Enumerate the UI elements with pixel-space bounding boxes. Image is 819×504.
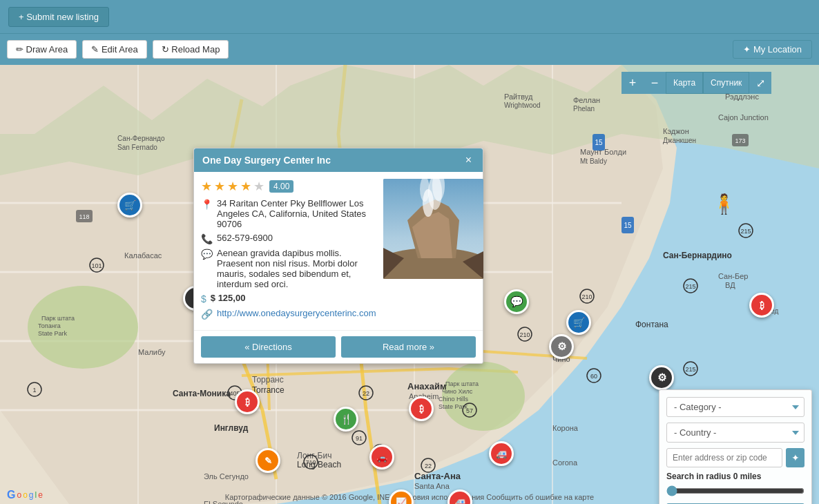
svg-text:Калабасас: Калабасас xyxy=(124,251,162,260)
map-marker-3[interactable]: ✎ xyxy=(256,448,280,473)
top-bar: + Submit new listing xyxy=(0,0,819,33)
svg-text:Чино Хилс: Чино Хилс xyxy=(442,388,473,395)
map-marker-1[interactable]: 🛒 xyxy=(117,193,142,217)
popup-description: Aenean gravida dapibus mollis. Praesent … xyxy=(217,248,376,289)
svg-text:Сан-Фернандо: Сан-Фернандо xyxy=(117,135,165,142)
rating-stars: ★ ★ ★ ★ ★ 4.00 xyxy=(201,179,376,194)
svg-text:15: 15 xyxy=(595,139,603,146)
svg-text:Парк штата: Парк штата xyxy=(445,380,479,387)
svg-text:BД: BД xyxy=(725,281,735,289)
svg-text:118: 118 xyxy=(79,213,89,220)
map-layer-button[interactable]: Карта xyxy=(666,72,703,94)
popup-footer: « Directions Read more » xyxy=(194,330,483,363)
popup-price: $ 125,00 xyxy=(211,293,246,303)
svg-text:Анахайм: Анахайм xyxy=(407,381,447,391)
svg-text:Санта-Ана: Санта-Ана xyxy=(414,471,461,481)
satellite-layer-button[interactable]: Спутник xyxy=(703,72,749,94)
svg-text:215: 215 xyxy=(740,228,751,235)
zoom-out-button[interactable]: − xyxy=(644,72,666,94)
map-marker-14[interactable]: 📈 xyxy=(389,490,414,504)
svg-text:173: 173 xyxy=(735,137,745,144)
svg-text:Корона: Корона xyxy=(552,424,579,432)
location-icon: 📍 xyxy=(201,199,213,210)
svg-text:State Park: State Park xyxy=(38,330,68,337)
star-4: ★ xyxy=(240,179,251,194)
main-area: Калабасас Малибу Санта-Моника Инглвуд Эл… xyxy=(0,65,819,504)
svg-text:210: 210 xyxy=(581,293,592,300)
rating-value: 4.00 xyxy=(269,180,293,193)
svg-text:Парк штата: Парк штата xyxy=(41,315,75,322)
comment-icon: 💬 xyxy=(201,249,213,260)
street-view-pegman[interactable]: 🧍 xyxy=(712,193,736,215)
read-more-button[interactable]: Read more » xyxy=(341,336,476,358)
svg-text:Райтвуд: Райтвуд xyxy=(504,93,533,101)
popup-address-row: 📍 34 Raritan Center Pky Bellflower Los A… xyxy=(201,198,376,229)
svg-text:101: 101 xyxy=(91,262,102,269)
category-select[interactable]: - Category - Medical Food Auto Finance xyxy=(666,397,804,417)
svg-text:Santa Ana: Santa Ana xyxy=(414,482,450,490)
map-marker-7[interactable]: ⚙ xyxy=(549,334,574,359)
popup-image xyxy=(383,179,483,279)
locate-button[interactable]: ✦ xyxy=(786,448,804,467)
popup-title: One Day Surgery Center Inc xyxy=(202,155,331,166)
svg-text:Phelan: Phelan xyxy=(573,105,595,113)
map-marker-5[interactable]: 💬 xyxy=(504,289,529,314)
svg-text:22: 22 xyxy=(363,390,369,397)
directions-button[interactable]: « Directions xyxy=(201,336,336,358)
my-location-button[interactable]: ✦ My Location xyxy=(733,40,812,59)
map-marker-10[interactable]: 🍴 xyxy=(334,407,358,432)
popup-info: ★ ★ ★ ★ ★ 4.00 📍 34 Raritan Center Pky B… xyxy=(201,179,376,323)
map-marker-4[interactable]: ₿ xyxy=(235,389,260,414)
popup-body: ★ ★ ★ ★ ★ 4.00 📍 34 Raritan Center Pky B… xyxy=(194,172,483,330)
svg-text:Chino Hills: Chino Hills xyxy=(439,396,469,403)
map-marker-13[interactable]: 🚑 xyxy=(489,441,514,466)
svg-text:91: 91 xyxy=(356,435,363,442)
popup-phone: 562-579-6900 xyxy=(217,233,273,243)
popup-website-row: 🔗 http://www.onedaysurgerycenterinc.com xyxy=(201,308,376,320)
map-marker-6[interactable]: 🛒 xyxy=(566,310,591,335)
dollar-icon: $ xyxy=(201,293,206,304)
star-1: ★ xyxy=(201,179,212,194)
map-marker-8[interactable]: ₿ xyxy=(749,293,774,318)
svg-text:State Park: State Park xyxy=(439,403,468,410)
popup-close-button[interactable]: × xyxy=(463,154,474,166)
draw-area-button[interactable]: ✏ Draw Area xyxy=(7,40,77,59)
link-icon: 🔗 xyxy=(201,309,213,320)
star-5: ★ xyxy=(253,179,264,194)
svg-text:Инглвуд: Инглвуд xyxy=(214,423,249,433)
svg-text:710: 710 xyxy=(305,459,316,466)
map-marker-12[interactable]: 🚗 xyxy=(369,445,394,469)
map-marker-9[interactable]: ⚙ xyxy=(649,365,674,390)
edit-area-button[interactable]: ✎ Edit Area xyxy=(82,40,146,59)
address-row: ✦ xyxy=(666,448,804,467)
svg-text:210: 210 xyxy=(519,331,530,338)
google-logo: G xyxy=(7,489,15,501)
star-2: ★ xyxy=(214,179,225,194)
submit-listing-button[interactable]: + Submit new listing xyxy=(8,7,109,27)
svg-text:Торранс: Торранс xyxy=(252,375,284,385)
svg-text:Малибу: Малибу xyxy=(138,348,166,356)
expand-map-button[interactable]: ⤢ xyxy=(749,72,771,94)
popup-description-row: 💬 Aenean gravida dapibus mollis. Praesen… xyxy=(201,248,376,289)
svg-text:Cajon Junction: Cajon Junction xyxy=(718,113,769,122)
svg-text:Фонтана: Фонтана xyxy=(635,320,668,329)
phone-icon: 📞 xyxy=(201,233,213,244)
address-input[interactable] xyxy=(666,448,782,467)
map-marker-11[interactable]: ₿ xyxy=(409,396,434,421)
radius-slider[interactable] xyxy=(666,485,804,496)
country-select[interactable]: - Country - United States Canada United … xyxy=(666,423,804,443)
popup-header: One Day Surgery Center Inc × xyxy=(194,148,483,172)
svg-text:Санта-Моника: Санта-Моника xyxy=(173,389,231,398)
popup-website-link[interactable]: http://www.onedaysurgerycenterinc.com xyxy=(217,308,376,318)
svg-text:Джанкшен: Джанкшен xyxy=(663,137,696,144)
map-background[interactable]: Калабасас Малибу Санта-Моника Инглвуд Эл… xyxy=(0,65,819,504)
zoom-in-button[interactable]: + xyxy=(622,72,644,94)
popup-price-row: $ $ 125,00 xyxy=(201,293,376,304)
popup-phone-row: 📞 562-579-6900 xyxy=(201,233,376,244)
reload-map-button[interactable]: ↻ Reload Map xyxy=(153,40,229,59)
svg-text:215: 215 xyxy=(685,283,695,290)
side-filter-panel: - Category - Medical Food Auto Finance -… xyxy=(659,389,812,504)
country-select-wrapper: - Country - United States Canada United … xyxy=(666,423,804,443)
map-marker-15[interactable]: 🚑 xyxy=(447,490,472,504)
category-select-wrapper: - Category - Medical Food Auto Finance xyxy=(666,397,804,417)
